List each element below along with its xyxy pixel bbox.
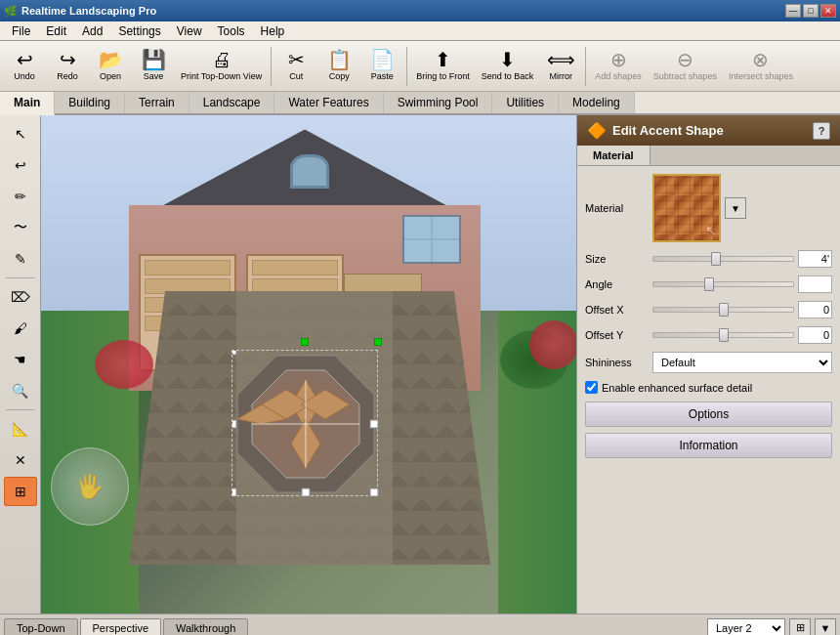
rotate-tool[interactable]: ↩: [4, 150, 37, 180]
offset-x-slider-container: [652, 307, 794, 313]
size-slider-track[interactable]: [652, 256, 794, 262]
tab-utilities[interactable]: Utilities: [492, 92, 559, 113]
redo-label: Redo: [57, 71, 78, 82]
draw-line-tool[interactable]: ✏: [4, 182, 37, 211]
add-shapes-label: Add shapes: [595, 71, 642, 82]
material-dropdown-button[interactable]: ▼: [725, 197, 746, 219]
cut-label: Cut: [289, 71, 303, 82]
open-label: Open: [100, 71, 121, 82]
right-panel: 🔶 Edit Accent Shape ? Material Material …: [576, 115, 840, 614]
layer-button-2[interactable]: ▼: [815, 618, 836, 636]
octagon-accent[interactable]: [231, 350, 378, 496]
options-button[interactable]: Options: [585, 402, 832, 427]
close-button[interactable]: ✕: [820, 4, 836, 18]
panel-help-button[interactable]: ?: [813, 122, 830, 140]
handle-top[interactable]: [301, 338, 309, 346]
draw-curve-tool[interactable]: 〜: [4, 213, 37, 242]
enhanced-checkbox-row: Enable enhanced surface detail: [585, 381, 832, 394]
tab-building[interactable]: Building: [55, 92, 125, 113]
shininess-select[interactable]: Default Low Medium High: [652, 352, 832, 373]
view-tab-walkthrough[interactable]: Walkthrough: [163, 618, 248, 636]
angle-slider-thumb[interactable]: [704, 277, 714, 291]
angle-slider-track[interactable]: [652, 281, 794, 287]
size-label: Size: [585, 253, 649, 265]
delete-tool[interactable]: ✕: [4, 445, 37, 475]
octagon-svg: [232, 351, 379, 497]
menu-item-add[interactable]: Add: [74, 22, 110, 40]
print-topdown-label: Print Top-Down View: [181, 71, 262, 82]
tab-modeling[interactable]: Modeling: [559, 92, 635, 113]
select-tool[interactable]: ↖: [4, 119, 37, 148]
menu-item-view[interactable]: View: [169, 22, 210, 40]
menu-item-file[interactable]: File: [4, 22, 38, 40]
toolbar-btn-paste[interactable]: 📄Paste: [361, 44, 402, 89]
menu-item-settings[interactable]: Settings: [110, 22, 168, 40]
svg-rect-9: [302, 488, 310, 496]
toolbar-btn-bring-to-front[interactable]: ⬆Bring to Front: [411, 44, 475, 89]
paste-label: Paste: [371, 71, 394, 82]
panel-title: Edit Accent Shape: [612, 123, 724, 138]
paint-tool[interactable]: 🖌: [4, 314, 37, 343]
toolbar-btn-open[interactable]: 📂Open: [90, 44, 131, 89]
information-button[interactable]: Information: [585, 433, 832, 458]
size-input[interactable]: [798, 250, 832, 268]
copy-label: Copy: [329, 71, 350, 82]
subtract-shapes-icon: ⊖: [677, 50, 693, 69]
offset-x-input[interactable]: [798, 301, 832, 318]
tab-water-features[interactable]: Water Features: [274, 92, 383, 113]
view-tab-topdown[interactable]: Top-Down: [4, 618, 78, 636]
menu-item-tools[interactable]: Tools: [210, 22, 253, 40]
layer-button-1[interactable]: ⊞: [789, 618, 811, 636]
toolbar-btn-send-to-back[interactable]: ⬇Send to Back: [477, 44, 539, 89]
tab-main[interactable]: Main: [0, 92, 55, 115]
pencil-tool[interactable]: ✎: [4, 244, 37, 274]
view-tab-perspective[interactable]: Perspective: [80, 618, 161, 636]
shininess-label: Shininess: [585, 357, 649, 368]
save-icon: 💾: [142, 50, 166, 69]
offset-x-slider-track[interactable]: [652, 307, 794, 313]
enhanced-checkbox[interactable]: [585, 381, 598, 394]
enhanced-label: Enable enhanced surface detail: [602, 382, 752, 394]
angle-input[interactable]: [798, 275, 832, 293]
panel-tab-material[interactable]: Material: [577, 146, 651, 165]
tab-terrain[interactable]: Terrain: [125, 92, 189, 113]
panel-tab-bar: Material: [577, 146, 840, 166]
toolbar-btn-print-topdown[interactable]: 🖨Print Top-Down View: [176, 44, 267, 89]
panel-header: 🔶 Edit Accent Shape ?: [577, 115, 840, 146]
zoom-tool[interactable]: 🔍: [4, 376, 37, 405]
view-tabs-bar: Top-Down Perspective Walkthrough Layer 2…: [0, 614, 840, 635]
size-slider-thumb[interactable]: [711, 252, 721, 266]
app-title: Realtime Landscaping Pro: [21, 5, 156, 17]
toolbar-btn-mirror[interactable]: ⟺Mirror: [540, 44, 581, 89]
offset-y-input[interactable]: [798, 326, 832, 344]
toolbar: ↩Undo↪Redo📂Open💾Save🖨Print Top-Down View…: [0, 41, 840, 92]
minimize-button[interactable]: —: [785, 4, 801, 18]
offset-y-slider-track[interactable]: [652, 332, 794, 338]
maximize-button[interactable]: □: [803, 4, 819, 18]
toolbar-btn-redo[interactable]: ↪Redo: [47, 44, 88, 89]
left-sep-5: [6, 277, 35, 278]
tabs-bar: MainBuildingTerrainLandscapeWater Featur…: [0, 92, 840, 115]
handle-top-right[interactable]: [374, 338, 382, 346]
toolbar-btn-copy[interactable]: 📋Copy: [318, 44, 359, 89]
offset-x-row: Offset X: [585, 301, 832, 318]
toolbar-btn-cut[interactable]: ✂Cut: [275, 44, 316, 89]
svg-rect-12: [370, 420, 378, 428]
eraser-tool[interactable]: ⌦: [4, 282, 37, 312]
offset-y-slider-thumb[interactable]: [719, 328, 729, 342]
navigation-compass[interactable]: 🖐: [51, 447, 129, 526]
menu-item-edit[interactable]: Edit: [38, 22, 74, 40]
measure-tool[interactable]: 📐: [4, 414, 37, 444]
toolbar-btn-undo[interactable]: ↩Undo: [4, 44, 45, 89]
angle-slider-container: [652, 281, 794, 287]
snap-tool[interactable]: ⊞: [4, 477, 37, 506]
tab-swimming-pool[interactable]: Swimming Pool: [384, 92, 493, 113]
menu-item-help[interactable]: Help: [253, 22, 293, 40]
material-preview[interactable]: ↖: [652, 174, 721, 242]
toolbar-btn-save[interactable]: 💾Save: [133, 44, 174, 89]
layer-select[interactable]: Layer 2 Layer 1 Layer 3: [707, 618, 785, 636]
hand-tool[interactable]: ☚: [4, 345, 37, 374]
offset-x-slider-thumb[interactable]: [719, 303, 729, 317]
tab-landscape[interactable]: Landscape: [189, 92, 275, 113]
app-icon: 🌿: [4, 5, 18, 18]
